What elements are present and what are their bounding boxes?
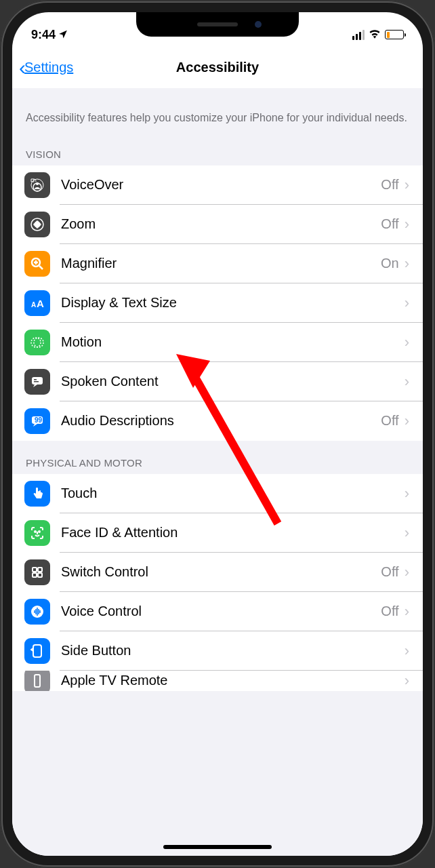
chevron-right-icon: › [405, 294, 409, 312]
list-vision: VoiceOver Off › Zoom Off › [12, 165, 423, 441]
remote-icon [24, 671, 50, 691]
chevron-right-icon: › [405, 412, 409, 430]
row-display-text-size[interactable]: AA Display & Text Size › [12, 283, 423, 323]
row-apple-tv-remote[interactable]: Apple TV Remote › [12, 671, 423, 691]
magnifier-icon [24, 251, 50, 277]
voiceover-icon [24, 172, 50, 198]
row-zoom[interactable]: Zoom Off › [12, 205, 423, 244]
voice-control-icon [24, 599, 50, 625]
touch-icon [24, 481, 50, 507]
row-status: Off [381, 177, 398, 193]
row-label: Switch Control [61, 564, 381, 580]
chevron-right-icon: › [405, 373, 409, 391]
row-status: Off [381, 564, 398, 580]
page-title: Accessibility [176, 60, 259, 75]
battery-icon [385, 30, 404, 39]
svg-point-18 [35, 531, 36, 532]
svg-text:A: A [37, 298, 44, 309]
svg-point-6 [34, 224, 35, 225]
row-status: Off [381, 216, 398, 232]
svg-point-7 [39, 224, 41, 225]
quote-bubble-icon: 99 [24, 408, 50, 434]
zoom-icon [24, 212, 50, 237]
row-side-button[interactable]: Side Button › [12, 631, 423, 671]
svg-rect-22 [33, 573, 37, 577]
svg-rect-20 [33, 568, 37, 572]
svg-rect-25 [33, 645, 41, 657]
chevron-right-icon: › [405, 485, 409, 502]
row-label: Display & Text Size [61, 295, 399, 311]
svg-rect-23 [38, 573, 42, 577]
chevron-right-icon: › [405, 672, 409, 690]
device-frame: 9:44 ‹ Settings Accessibility A [0, 0, 435, 868]
chevron-right-icon: › [405, 524, 409, 542]
row-label: Side Button [61, 643, 399, 658]
svg-rect-13 [32, 377, 43, 384]
list-physical: Touch › Face ID & Attention › [12, 474, 423, 691]
svg-point-1 [36, 182, 39, 185]
section-header-physical: PHYSICAL AND MOTOR [12, 441, 423, 474]
chevron-right-icon: › [405, 642, 409, 660]
chevron-right-icon: › [405, 176, 409, 194]
row-label: VoiceOver [61, 177, 381, 193]
chevron-right-icon: › [405, 334, 409, 351]
chevron-right-icon: › [405, 564, 409, 581]
row-label: Touch [61, 486, 399, 501]
screen: 9:44 ‹ Settings Accessibility A [12, 12, 423, 856]
svg-rect-14 [34, 379, 37, 380]
row-label: Audio Descriptions [61, 413, 381, 429]
row-spoken-content[interactable]: Spoken Content › [12, 362, 423, 401]
nav-bar: ‹ Settings Accessibility [12, 47, 423, 88]
location-icon [58, 28, 68, 42]
svg-point-4 [37, 221, 38, 222]
row-audio-descriptions[interactable]: 99 Audio Descriptions Off › [12, 401, 423, 441]
chevron-right-icon: › [405, 216, 409, 233]
description-text: Accessibility features help you customiz… [12, 88, 423, 132]
chevron-right-icon: › [405, 255, 409, 273]
row-switch-control[interactable]: Switch Control Off › [12, 553, 423, 592]
row-touch[interactable]: Touch › [12, 474, 423, 513]
row-motion[interactable]: Motion › [12, 323, 423, 362]
svg-point-5 [37, 226, 38, 228]
section-header-vision: VISION [12, 132, 423, 165]
content-scroll[interactable]: Accessibility features help you customiz… [12, 88, 423, 856]
row-label: Motion [61, 334, 399, 350]
row-faceid[interactable]: Face ID & Attention › [12, 513, 423, 553]
faceid-icon [24, 520, 50, 546]
row-magnifier[interactable]: Magnifier On › [12, 244, 423, 283]
row-label: Magnifier [61, 256, 381, 271]
svg-point-19 [39, 531, 40, 532]
row-label: Face ID & Attention [61, 525, 399, 540]
chevron-right-icon: › [405, 603, 409, 620]
svg-rect-15 [34, 381, 39, 382]
switch-control-icon [24, 559, 50, 585]
cellular-signal-icon [352, 30, 365, 40]
row-status: Off [381, 413, 398, 429]
notch [136, 12, 299, 37]
speech-bubble-icon [24, 369, 50, 395]
text-size-icon: AA [24, 290, 50, 316]
back-button[interactable]: ‹ Settings [19, 56, 73, 79]
svg-text:A: A [31, 301, 36, 309]
svg-rect-26 [35, 675, 40, 687]
row-status: Off [381, 604, 398, 619]
row-label: Voice Control [61, 604, 381, 619]
back-label: Settings [24, 60, 73, 75]
svg-text:99: 99 [35, 416, 43, 424]
svg-rect-21 [38, 568, 42, 572]
row-voiceover[interactable]: VoiceOver Off › [12, 165, 423, 205]
row-label: Apple TV Remote [61, 673, 405, 688]
row-status: On [381, 256, 399, 271]
row-label: Spoken Content [61, 374, 399, 389]
motion-icon [24, 330, 50, 355]
side-button-icon [24, 638, 50, 664]
home-indicator[interactable] [163, 845, 272, 849]
row-voice-control[interactable]: Voice Control Off › [12, 592, 423, 631]
status-time: 9:44 [31, 28, 56, 42]
wifi-icon [369, 28, 381, 42]
row-label: Zoom [61, 216, 381, 232]
